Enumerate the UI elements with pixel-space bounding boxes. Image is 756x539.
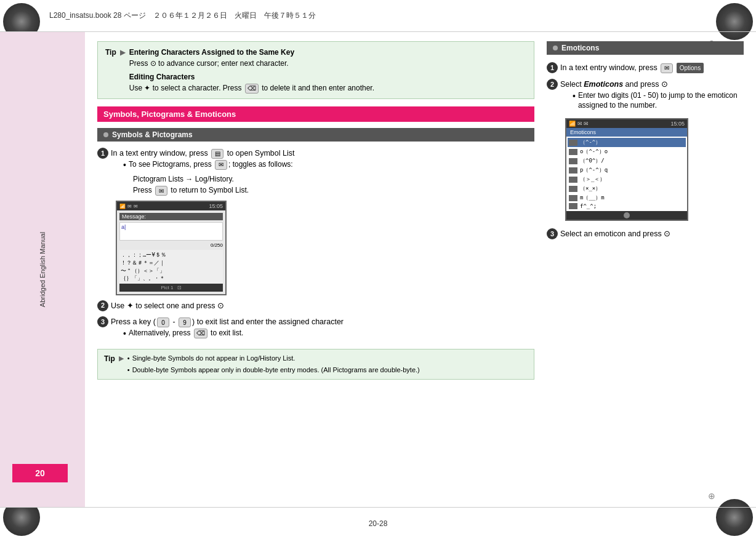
emoticons-step-2-num: 2 — [547, 79, 558, 90]
bottom-bar: 20-28 — [0, 507, 756, 539]
emoticons-phone-bottom — [566, 211, 687, 220]
emoticon-label-7: m（__）m — [580, 194, 605, 202]
emoticon-row-5: （＞_＜） — [568, 175, 686, 184]
tip-content-top: Entering Characters Assigned to the Same… — [129, 47, 374, 94]
tip-editing-label: Editing Characters — [129, 71, 374, 82]
tip-content-bottom: • Single-byte Symbols do not appear in L… — [127, 353, 420, 375]
phone-icon-1: 📶 — [119, 204, 126, 209]
emoticon-label-5: （＞_＜） — [580, 175, 605, 183]
phone-bottom-label: Pict 1 — [161, 285, 173, 290]
emoticons-section-header: Emoticons — [547, 41, 744, 55]
bullet-1-1-sub: Pictogram Lists → Log/History. — [133, 174, 534, 185]
emoticon-row-3: （^0^）/ — [568, 156, 686, 166]
emoticon-list: （^-^） o（^-^）o （^0^）/ p（^-^）q — [566, 137, 687, 211]
key-0: 0 — [157, 317, 169, 327]
emoticons-step-2-content: Select Emoticons and press ⊙ • Enter two… — [560, 79, 744, 113]
emoticon-icon-1 — [569, 140, 577, 146]
left-sidebar: Abridged English Manual 20 — [0, 32, 85, 507]
tip-label-bottom: Tip — [104, 353, 115, 364]
tip-bullet-1: • Single-byte Symbols do not appear in L… — [127, 353, 420, 364]
emoticon-label-3: （^0^）/ — [580, 157, 605, 165]
step-3-num: 3 — [97, 316, 108, 327]
phone-counter: 0/250 — [119, 242, 223, 248]
tip-box-bottom: Tip ▶ • Single-byte Symbols do not appea… — [97, 349, 534, 380]
emoticons-phone-time: 15:05 — [670, 121, 685, 127]
tip-arrow-bottom: ▶ — [119, 353, 124, 364]
emoticon-icon-5 — [569, 177, 577, 183]
phone-icon-3: ✉ — [134, 204, 138, 209]
emoticon-label-1: （^-^） — [580, 138, 601, 146]
phone-symbol-area: ．，：；…ー¥＄％ ！？＆＃＊＝／｜ 〜＂（）＜＞「」 ｛｝「」、。・＊ — [119, 250, 223, 283]
emoticon-label-2: o（^-^）o — [580, 148, 608, 156]
key-icon-e1: ✉ — [661, 63, 673, 73]
symbol-row-2: ！？＆＃＊＝／｜ — [121, 259, 222, 267]
emoticon-row-8: f^_^; — [568, 202, 686, 210]
emoticon-label-8: f^_^; — [580, 203, 597, 209]
emoticons-phone-screen: 📶 ✉ ✉ 15:05 Emoticons （^-^） o（^-^）o — [565, 118, 688, 221]
tip-bullet-dot-1: • — [127, 353, 130, 364]
cursor-a: a| — [121, 224, 221, 230]
step-3-content: Press a key (0 - 9) to exit list and ent… — [111, 316, 534, 342]
emoticons-center-btn — [624, 212, 630, 218]
tip-box-top: Tip ▶ Entering Characters Assigned to th… — [97, 41, 534, 99]
step-1-content: In a text entry window, press ▤ to open … — [111, 148, 534, 196]
right-column: Emoticons 1 In a text entry window, pres… — [547, 41, 744, 498]
emoticon-icon-6 — [569, 186, 577, 192]
step-1-text: In a text entry window, press ▤ to open … — [111, 149, 294, 158]
emoticons-step-2: 2 Select Emoticons and press ⊙ • Enter t… — [547, 79, 744, 113]
emoticons-step-3-text: Select an emoticon and press ⊙ — [560, 230, 670, 238]
emoticon-label-6: （×_×） — [580, 185, 601, 193]
phone-header: 📶 ✉ ✉ 15:05 — [117, 202, 225, 210]
emoticon-row-6: （×_×） — [568, 184, 686, 193]
step-3-text: Press a key (0 - 9) to exit list and ent… — [111, 317, 344, 326]
emoticons-bullet-2-1: • Enter two digits (01 - 50) to jump to … — [573, 90, 744, 111]
phone-icon-2: ✉ — [127, 204, 132, 209]
bottom-page-num: 20-28 — [369, 519, 388, 528]
section-header-main: Symbols, Pictograms & Emoticons — [97, 106, 534, 122]
emoticons-step-1: 1 In a text entry window, press ✉ Option… — [547, 62, 744, 74]
main-content: Tip ▶ Entering Characters Assigned to th… — [85, 32, 756, 507]
emoticons-phone-icons: 📶 ✉ ✉ — [569, 121, 589, 127]
emoticons-phone-title: Emoticons — [566, 128, 687, 137]
phone-screen-inner: 📶 ✉ ✉ 15:05 Message: a| 0/250 ．，：；…ー¥＄％ … — [116, 201, 227, 295]
delete-key: ⌫ — [245, 84, 259, 94]
emoticons-step-3: 3 Select an emoticon and press ⊙ — [547, 228, 744, 240]
emoticon-icon-2 — [569, 149, 577, 155]
phone-title-bar: Message: — [119, 213, 223, 220]
step-2-text: Use ✦ to select one and press ⊙ — [111, 301, 224, 310]
step-1-num: 1 — [97, 148, 108, 159]
tip-arrow-top: ▶ — [120, 47, 126, 58]
phone-screen-symbols: 📶 ✉ ✉ 15:05 Message: a| 0/250 ．，：；…ー¥＄％ … — [116, 201, 534, 295]
bullet-dot-1: • — [123, 159, 126, 172]
key-9: 9 — [179, 317, 191, 327]
emoticons-step-1-text: In a text entry window, press ✉ Options — [560, 63, 704, 72]
top-bar: L280_insatsu.book 28 ページ ２０６年１２月２６日 火曜日 … — [0, 0, 756, 32]
phone-header-icons: 📶 ✉ ✉ — [119, 204, 138, 209]
bullet-dot-3: • — [123, 328, 126, 340]
emoticons-step-3-num: 3 — [547, 228, 558, 239]
page-number-box: 20 — [12, 464, 68, 482]
emoticons-phone-container: 📶 ✉ ✉ 15:05 Emoticons （^-^） o（^-^）o — [565, 118, 744, 221]
tip-header: Entering Characters Assigned to the Same… — [129, 47, 374, 58]
step-1: 1 In a text entry window, press ▤ to ope… — [97, 148, 534, 196]
step-2-num: 2 — [97, 300, 108, 311]
phone-bottom-bar: Pict 1 ⊡ — [119, 284, 223, 292]
symbol-row-4: ｛｝「」、。・＊ — [121, 274, 222, 282]
options-badge: Options — [677, 63, 704, 73]
section-header-sub: Symbols & Pictograms — [97, 128, 534, 142]
emoticon-row-2: o（^-^）o — [568, 147, 686, 156]
key-icon-alt: ⌫ — [194, 329, 207, 338]
tip-bullet-text-2: Double-byte Symbols appear only in doubl… — [132, 365, 420, 375]
phone-time: 15:05 — [209, 203, 223, 209]
step-2: 2 Use ✦ to select one and press ⊙ — [97, 300, 534, 312]
emoticons-bullet-text-2: Enter two digits (01 - 50) to jump to th… — [578, 90, 744, 111]
tip-bullet-2: • Double-byte Symbols appear only in dou… — [127, 365, 420, 375]
key-icon-b1b: ✉ — [155, 186, 167, 196]
top-bar-text: L280_insatsu.book 28 ページ ２０６年１２月２６日 火曜日 … — [49, 10, 316, 21]
symbol-row-3: 〜＂（）＜＞「」 — [121, 267, 222, 275]
emoticons-step-2-text: Select Emoticons and press ⊙ — [560, 80, 668, 89]
tip-line2: Use ✦ to select a character. Press ⌫ to … — [129, 82, 374, 94]
phone-message-area: a| — [119, 222, 223, 241]
step-3: 3 Press a key (0 - 9) to exit list and e… — [97, 316, 534, 342]
emoticon-icon-7 — [569, 195, 577, 201]
